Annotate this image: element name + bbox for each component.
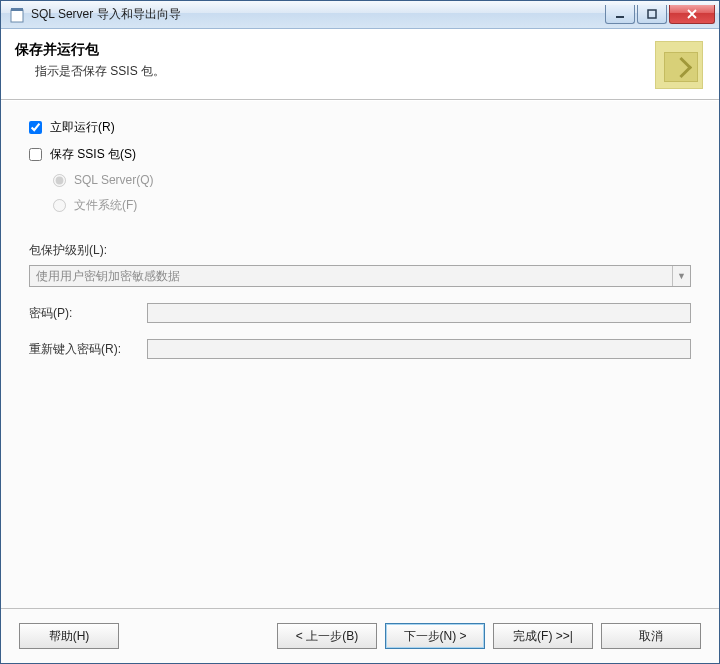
svg-rect-2	[616, 16, 624, 18]
run-immediately-option[interactable]: 立即运行(R)	[29, 119, 691, 136]
header-text: 保存并运行包 指示是否保存 SSIS 包。	[15, 41, 165, 80]
window-title: SQL Server 导入和导出向导	[31, 6, 605, 23]
wizard-footer: 帮助(H) < 上一步(B) 下一步(N) > 完成(F) >>| 取消	[1, 608, 719, 663]
radio-filesystem-label: 文件系统(F)	[74, 197, 137, 214]
package-icon	[655, 41, 703, 89]
wizard-header: 保存并运行包 指示是否保存 SSIS 包。	[1, 29, 719, 100]
next-button[interactable]: 下一步(N) >	[385, 623, 485, 649]
protection-block: 包保护级别(L): 使用用户密钥加密敏感数据 ▼ 密码(P): 重新键入密码(R…	[29, 242, 691, 359]
finish-button[interactable]: 完成(F) >>|	[493, 623, 593, 649]
wizard-content: 立即运行(R) 保存 SSIS 包(S) SQL Server(Q) 文件系统(…	[1, 100, 719, 608]
page-title: 保存并运行包	[15, 41, 165, 59]
retype-password-label: 重新键入密码(R):	[29, 341, 147, 358]
protection-level-dropdown: 使用用户密钥加密敏感数据 ▼	[29, 265, 691, 287]
page-subtitle: 指示是否保存 SSIS 包。	[35, 63, 165, 80]
radio-sql-server-label: SQL Server(Q)	[74, 173, 154, 187]
titlebar[interactable]: SQL Server 导入和导出向导	[1, 1, 719, 29]
protection-level-label: 包保护级别(L):	[29, 242, 691, 259]
radio-filesystem-option: 文件系统(F)	[53, 197, 691, 214]
maximize-button[interactable]	[637, 5, 667, 24]
radio-sql-server	[53, 174, 66, 187]
radio-sql-server-option: SQL Server(Q)	[53, 173, 691, 187]
password-row: 密码(P):	[29, 303, 691, 323]
cancel-button[interactable]: 取消	[601, 623, 701, 649]
svg-rect-3	[648, 10, 656, 18]
window-controls	[605, 5, 715, 24]
app-icon	[9, 7, 25, 23]
svg-rect-1	[11, 8, 23, 11]
radio-filesystem	[53, 199, 66, 212]
run-immediately-label: 立即运行(R)	[50, 119, 115, 136]
password-input	[147, 303, 691, 323]
minimize-button[interactable]	[605, 5, 635, 24]
protection-level-selected: 使用用户密钥加密敏感数据	[30, 268, 672, 285]
wizard-window: SQL Server 导入和导出向导 保存并运行包 指示是否保存 SSIS 包。…	[0, 0, 720, 664]
save-ssis-checkbox[interactable]	[29, 148, 42, 161]
close-button[interactable]	[669, 5, 715, 24]
retype-password-row: 重新键入密码(R):	[29, 339, 691, 359]
retype-password-input	[147, 339, 691, 359]
save-ssis-option[interactable]: 保存 SSIS 包(S)	[29, 146, 691, 163]
password-label: 密码(P):	[29, 305, 147, 322]
save-target-group: SQL Server(Q) 文件系统(F)	[53, 173, 691, 214]
svg-rect-0	[11, 10, 23, 22]
chevron-down-icon: ▼	[672, 266, 690, 286]
run-immediately-checkbox[interactable]	[29, 121, 42, 134]
back-button[interactable]: < 上一步(B)	[277, 623, 377, 649]
save-ssis-label: 保存 SSIS 包(S)	[50, 146, 136, 163]
help-button[interactable]: 帮助(H)	[19, 623, 119, 649]
